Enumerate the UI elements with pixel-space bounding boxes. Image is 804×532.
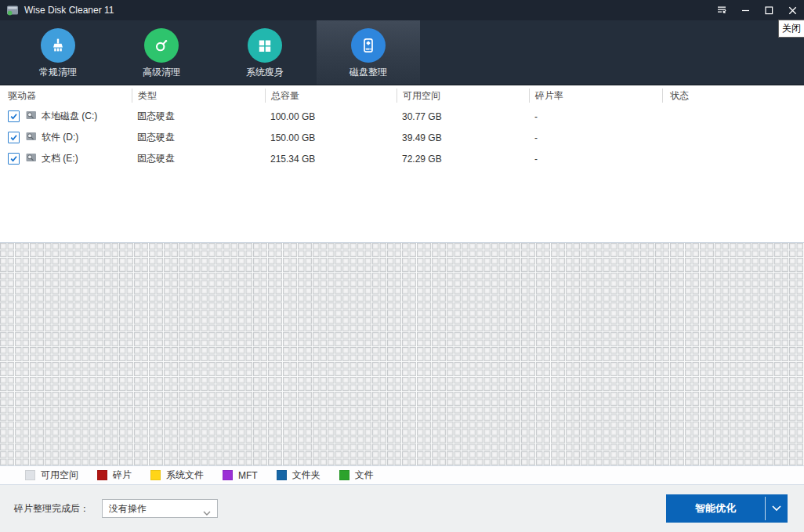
legend-label: 系统文件 [166,469,204,482]
legend-item-mft: MFT [223,470,258,481]
legend-label: 文件 [355,469,374,482]
drive-free: 30.77 GB [397,111,529,122]
legend-label: MFT [238,470,258,481]
footer-bar: 碎片整理完成后： 没有操作 智能优化 [0,485,804,532]
drive-type: 固态硬盘 [132,110,265,123]
drive-fragmentation: - [529,132,662,143]
close-icon [786,4,799,17]
app-icon [6,4,19,16]
mft-swatch [223,470,233,480]
drive-fragmentation: - [529,111,662,122]
legend-label: 可用空间 [41,469,78,482]
broom-icon [41,28,75,63]
column-header-free[interactable]: 可用空间 [397,89,529,103]
disk-drive-icon [351,28,386,63]
fragment-swatch [97,470,107,480]
system-files-swatch [150,470,161,480]
folders-swatch [277,470,287,480]
magnifier-icon [144,28,179,63]
tray-menu-icon [715,4,728,16]
column-header-drive[interactable]: 驱动器 [0,89,132,103]
tab-system-slim[interactable]: 系统瘦身 [213,20,317,85]
chevron-down-icon [772,505,781,512]
toolbar: 常规清理 高级清理 系统瘦身 [0,20,804,85]
drive-free: 72.29 GB [397,154,529,165]
minimize-button[interactable] [733,1,757,20]
wise-disk-cleaner-window: Wise Disk Cleaner 11 关闭 [0,0,804,532]
window-title: Wise Disk Cleaner 11 [24,5,114,16]
table-row[interactable]: 软件 (D:) 固态硬盘 150.00 GB 39.49 GB - [0,127,804,148]
tab-advanced-clean[interactable]: 高级清理 [110,20,213,85]
close-tooltip: 关闭 [778,20,804,38]
drive-type: 固态硬盘 [132,152,265,165]
drive-checkbox[interactable] [8,153,20,165]
chevron-down-icon [203,507,211,518]
legend-item-files: 文件 [339,469,374,482]
legend-item-free: 可用空间 [25,469,78,482]
maximize-button[interactable] [757,1,780,20]
tab-label: 系统瘦身 [246,66,284,79]
drive-name: 文档 (E:) [42,152,78,165]
tab-regular-clean[interactable]: 常规清理 [6,20,110,85]
smart-optimize-button[interactable]: 智能优化 [666,494,765,523]
hide-to-tray-button[interactable] [710,1,733,20]
drive-type: 固态硬盘 [132,131,265,144]
smart-optimize-split-button: 智能优化 [666,494,788,523]
drive-name: 软件 (D:) [42,131,78,144]
drive-checkbox[interactable] [8,132,20,143]
table-row[interactable]: 文档 (E:) 固态硬盘 215.34 GB 72.29 GB - [0,148,804,169]
drive-total: 215.34 GB [265,154,397,165]
legend-item-system-files: 系统文件 [150,469,204,482]
hdd-icon [26,110,37,123]
column-header-total[interactable]: 总容量 [265,89,397,103]
hdd-icon [26,131,37,144]
minimize-icon [739,4,752,17]
drive-fragmentation: - [529,154,662,165]
hdd-icon [26,152,37,165]
files-swatch [339,470,349,480]
drive-free: 39.49 GB [397,132,529,143]
legend-item-fragment: 碎片 [97,469,132,482]
legend-label: 文件夹 [292,469,321,482]
tab-label: 高级清理 [143,66,180,79]
titlebar: Wise Disk Cleaner 11 [0,0,804,20]
drive-checkbox[interactable] [8,110,20,122]
optimize-dropdown-button[interactable] [766,494,788,523]
drive-total: 150.00 GB [265,132,397,143]
windows-logo-icon [248,28,282,63]
defrag-block-map [0,242,804,465]
close-button[interactable] [780,1,804,20]
column-header-fragmentation[interactable]: 碎片率 [529,89,662,103]
table-row[interactable]: 本地磁盘 (C:) 固态硬盘 100.00 GB 30.77 GB - [0,106,804,127]
tab-label: 磁盘整理 [349,66,387,79]
column-header-status[interactable]: 状态 [662,89,804,103]
drive-name: 本地磁盘 (C:) [42,110,97,123]
legend-label: 碎片 [113,469,132,482]
maximize-icon [762,4,776,17]
tab-disk-defrag[interactable]: 磁盘整理 [317,20,420,85]
drive-total: 100.00 GB [265,111,397,122]
block-map-legend: 可用空间 碎片 系统文件 MFT 文件夹 文件 [0,465,804,485]
after-defrag-select[interactable]: 没有操作 [102,499,218,518]
free-space-swatch [25,470,35,480]
table-header: 驱动器 类型 总容量 可用空间 碎片率 状态 [0,85,804,106]
legend-item-folders: 文件夹 [277,469,321,482]
tab-label: 常规清理 [39,66,77,79]
after-defrag-label: 碎片整理完成后： [14,485,89,532]
column-header-type[interactable]: 类型 [132,89,265,103]
drive-table: 驱动器 类型 总容量 可用空间 碎片率 状态 本地磁盘 (C:) [0,85,804,242]
after-defrag-selected-value: 没有操作 [109,502,147,516]
